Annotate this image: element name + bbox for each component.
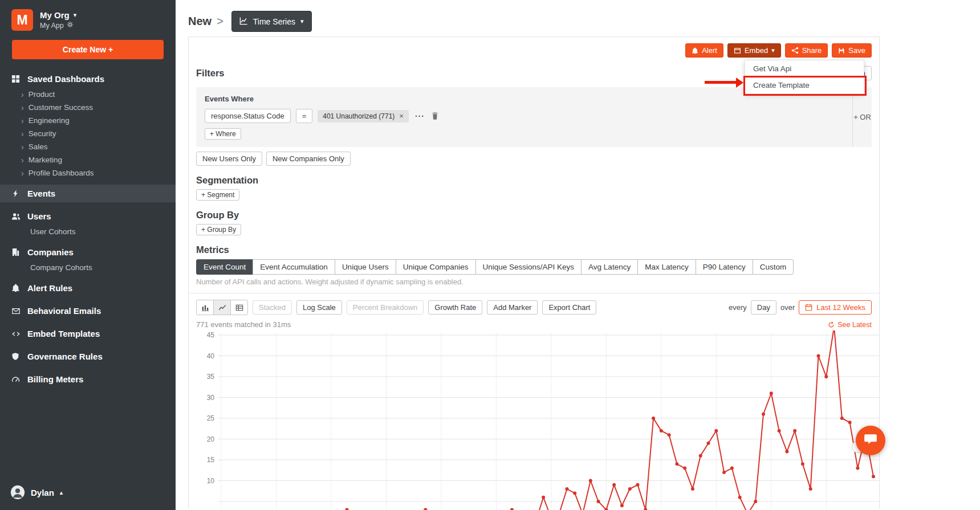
avatar [10,485,25,500]
tab-custom[interactable]: Custom [753,259,794,275]
tab-max-latency[interactable]: Max Latency [637,259,696,275]
sidebar-item-companies[interactable]: Companies [0,243,176,261]
metric-tabs: Event Count Event Accumulation Unique Us… [196,259,872,275]
save-button[interactable]: Save [832,43,872,58]
app-switcher[interactable]: My App [40,21,76,30]
sidebar-item-sales[interactable]: ›Sales [0,140,176,153]
sidebar-item-security[interactable]: ›Security [0,127,176,140]
bar-chart-icon[interactable] [196,300,214,315]
metrics-heading: Metrics [196,244,872,255]
sidebar-item-embed-templates[interactable]: Embed Templates [0,325,176,342]
remove-value-icon[interactable]: × [399,112,404,120]
menu-item-create-template[interactable]: Create Template [745,77,864,93]
interval-button[interactable]: Day [751,300,776,315]
alert-button[interactable]: Alert [685,43,723,58]
svg-text:10: 10 [207,477,215,485]
envelope-icon [11,307,21,315]
growth-rate-button[interactable]: Growth Rate [428,300,482,315]
svg-text:45: 45 [207,331,215,339]
time-series-icon [239,17,248,27]
sidebar-item-product[interactable]: ›Product [0,88,176,101]
chevron-right-icon: › [21,156,24,164]
table-icon[interactable] [230,300,248,315]
menu-item-get-via-api[interactable]: Get Via Api [745,60,864,77]
quick-filters: New Users Only New Companies Only [196,152,872,166]
add-or-button[interactable]: + OR [852,87,872,147]
chart-mode-group [196,300,248,315]
sidebar-item-events[interactable]: Events [0,185,176,202]
export-chart-button[interactable]: Export Chart [542,300,596,315]
sidebar-item-saved-dashboards[interactable]: Saved Dashboards [0,70,176,88]
sidebar-item-users[interactable]: Users [0,207,176,225]
sidebar-item-engineering[interactable]: ›Engineering [0,114,176,127]
over-label: over [780,303,795,312]
sidebar-item-company-cohorts[interactable]: Company Cohorts [0,261,176,274]
add-group-by-button[interactable]: + Group By [196,224,241,235]
filter-value-tag[interactable]: 401 Unauthorized (771) × [318,110,409,123]
sidebar-item-alert-rules[interactable]: Alert Rules [0,279,176,297]
sidebar-item-governance-rules[interactable]: Governance Rules [0,348,176,365]
new-companies-only-button[interactable]: New Companies Only [266,152,351,166]
create-new-button[interactable]: Create New + [12,40,164,59]
page-title: New > [188,15,223,28]
chevron-right-icon: › [21,143,24,151]
main-content: New > Time Series ▾ Alert Embed ▾ [176,0,980,510]
chevron-right-icon: › [21,91,24,99]
org-switcher[interactable]: My Org ▾ [40,10,76,20]
svg-text:30: 30 [207,394,215,402]
chat-launcher[interactable] [856,426,885,455]
sidebar: M My Org ▾ My App Create New + Saved Das… [0,0,176,510]
chevron-right-icon: › [21,104,24,112]
svg-text:20: 20 [207,435,215,443]
chevron-down-icon: ▾ [300,18,304,25]
chart-series-line [221,331,873,510]
tab-event-count[interactable]: Event Count [196,259,253,275]
moesif-logo[interactable]: M [11,9,33,31]
tab-unique-sessions[interactable]: Unique Sessions/API Keys [475,259,582,275]
tab-avg-latency[interactable]: Avg Latency [581,259,638,275]
tab-unique-companies[interactable]: Unique Companies [396,259,476,275]
svg-text:40: 40 [207,352,215,360]
stacked-button[interactable]: Stacked [253,300,292,315]
segmentation-heading: Segmentation [196,175,872,186]
filter-operator-button[interactable]: = [296,109,313,123]
tab-unique-users[interactable]: Unique Users [335,259,396,275]
code-embed-icon [11,330,21,338]
share-button[interactable]: Share [785,43,828,58]
log-scale-button[interactable]: Log Scale [296,300,342,315]
chart-gridlines: 4540353025201510 [207,331,879,510]
user-name: Dylan [31,488,54,497]
delete-filter-icon[interactable] [431,112,439,120]
dashboards-grid-icon [11,75,21,83]
line-chart-icon[interactable] [213,300,231,315]
filter-field-button[interactable]: response.Status Code [205,109,291,123]
sidebar-item-profile-dashboards[interactable]: ›Profile Dashboards [0,166,176,179]
percent-breakdown-button[interactable]: Percent Breakdown [347,300,424,315]
sidebar-item-user-cohorts[interactable]: User Cohorts [0,225,176,238]
sidebar-item-customer-success[interactable]: ›Customer Success [0,101,176,114]
chart-toolbar: Stacked Log Scale Percent Breakdown Grow… [196,300,872,315]
user-menu[interactable]: Dylan ▴ [0,485,176,500]
tab-event-accumulation[interactable]: Event Accumulation [253,259,335,275]
meter-gauge-icon [11,375,21,383]
bell-icon [11,284,21,292]
chevron-up-icon: ▴ [60,489,63,496]
sidebar-item-marketing[interactable]: ›Marketing [0,153,176,166]
tab-p90-latency[interactable]: P90 Latency [696,259,753,275]
org-header: M My Org ▾ My App [0,9,176,31]
add-segment-button[interactable]: + Segment [196,189,239,201]
more-options-icon[interactable]: ··· [414,112,426,121]
chart-svg: 4540353025201510 [196,331,879,510]
sidebar-item-billing-meters[interactable]: Billing Meters [0,370,176,388]
new-users-only-button[interactable]: New Users Only [196,152,262,166]
chart-type-dropdown[interactable]: Time Series ▾ [231,11,312,32]
chevron-right-icon: › [21,130,24,138]
sidebar-item-behavioral-emails[interactable]: Behavioral Emails [0,302,176,320]
see-latest-button[interactable]: See Latest [828,321,872,329]
date-range-button[interactable]: Last 12 Weeks [799,300,872,315]
calendar-icon [805,304,812,311]
embed-button[interactable]: Embed ▾ [727,43,781,58]
add-where-button[interactable]: + Where [205,128,241,140]
filter-condition-row: response.Status Code = 401 Unauthorized … [205,109,844,123]
add-marker-button[interactable]: Add Marker [487,300,538,315]
